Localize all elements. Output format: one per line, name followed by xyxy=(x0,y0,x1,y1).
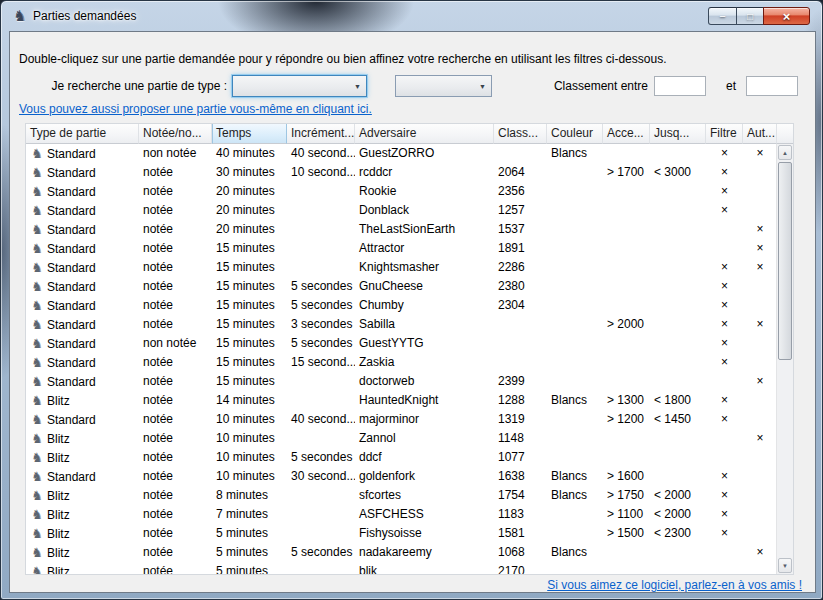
table-row[interactable]: ♞Standardnon notée40 minutes40 second...… xyxy=(26,144,778,163)
column-header-7[interactable]: Acce... xyxy=(603,124,650,144)
cell-3 xyxy=(287,220,355,239)
cell-7: > 1750 xyxy=(603,486,650,505)
vertical-scrollbar[interactable]: ▲ ▼ xyxy=(776,144,793,574)
cell-10: × xyxy=(743,239,777,258)
cell-3: 40 second... xyxy=(287,144,355,163)
table-row[interactable]: ♞Blitznotée14 minutesHauntedKnight1288Bl… xyxy=(26,391,778,410)
cell-4: ASFCHESS xyxy=(355,505,494,524)
cell-0: ♞Standard xyxy=(26,315,139,334)
cell-0: ♞Blitz xyxy=(26,505,139,524)
cell-8 xyxy=(650,277,706,296)
cell-3 xyxy=(287,201,355,220)
cell-8: < 2000 xyxy=(650,486,706,505)
cell-3 xyxy=(287,372,355,391)
cell-3 xyxy=(287,562,355,575)
cell-3: 30 second... xyxy=(287,467,355,486)
scrollbar-thumb[interactable] xyxy=(778,162,792,360)
cell-7: > 1700 xyxy=(603,163,650,182)
minimize-button[interactable]: − xyxy=(708,7,737,25)
cell-9: × xyxy=(706,315,743,334)
titlebar[interactable]: ♞ Parties demandées − □ × xyxy=(1,1,822,31)
table-row[interactable]: ♞Standardnotée15 minutes3 secondesSabill… xyxy=(26,315,778,334)
knight-icon: ♞ xyxy=(30,505,44,524)
table-row[interactable]: ♞Blitznotée10 minutesZannol1148× xyxy=(26,429,778,448)
knight-icon: ♞ xyxy=(30,448,44,467)
cell-10: × xyxy=(743,220,777,239)
game-variant-dropdown[interactable]: ▼ xyxy=(395,75,492,97)
table-row[interactable]: ♞Blitznotée7 minutesASFCHESS1183> 1100< … xyxy=(26,505,778,524)
propose-game-link[interactable]: Vous pouvez aussi proposer une partie vo… xyxy=(19,102,372,116)
game-type-text: Standard xyxy=(47,280,96,294)
column-header-0[interactable]: Type de partie xyxy=(26,124,139,144)
cell-10 xyxy=(743,353,777,372)
column-header-1[interactable]: Notée/no... xyxy=(139,124,212,144)
cell-1: notée xyxy=(139,220,212,239)
cell-7 xyxy=(603,448,650,467)
cell-6 xyxy=(547,277,603,296)
maximize-button[interactable]: □ xyxy=(736,7,764,25)
cell-8 xyxy=(650,239,706,258)
table-row[interactable]: ♞Standardnotée15 minutes5 secondesChumby… xyxy=(26,296,778,315)
cell-0: ♞Standard xyxy=(26,277,139,296)
cell-1: notée xyxy=(139,505,212,524)
table-row[interactable]: ♞Standardnotée20 minutesDonblack1257× xyxy=(26,201,778,220)
cell-3: 5 secondes xyxy=(287,448,355,467)
cell-10 xyxy=(743,334,777,353)
cell-8 xyxy=(650,201,706,220)
game-type-text: Blitz xyxy=(47,527,70,541)
table-row[interactable]: ♞Standardnotée15 minutes15 second...Zask… xyxy=(26,353,778,372)
cell-9: × xyxy=(706,524,743,543)
table-row[interactable]: ♞Blitznotée8 minutessfcortes1754Blancs> … xyxy=(26,486,778,505)
and-label: et xyxy=(726,79,736,93)
cell-4: Rookie xyxy=(355,182,494,201)
scroll-up-button[interactable]: ▲ xyxy=(778,145,792,160)
cell-9: × xyxy=(706,144,743,163)
table-row[interactable]: ♞Standardnotée15 minutes5 secondesGnuChe… xyxy=(26,277,778,296)
cell-9: × xyxy=(706,277,743,296)
cell-8: < 1800 xyxy=(650,391,706,410)
close-button[interactable]: × xyxy=(763,7,810,25)
table-row[interactable]: ♞Standardnotée10 minutes40 second...majo… xyxy=(26,410,778,429)
table-row[interactable]: ♞Standardnotée20 minutesTheLastSionEarth… xyxy=(26,220,778,239)
table-row[interactable]: ♞Standardnon notée15 minutes5 secondesGu… xyxy=(26,334,778,353)
cell-6 xyxy=(547,201,603,220)
table-row[interactable]: ♞Standardnotée10 minutes30 second...gold… xyxy=(26,467,778,486)
cell-10 xyxy=(743,410,777,429)
cell-4: HauntedKnight xyxy=(355,391,494,410)
table-row[interactable]: ♞Blitznotée5 minutesblik2170 xyxy=(26,562,778,575)
cell-0: ♞Standard xyxy=(26,163,139,182)
column-header-10[interactable]: Aut... xyxy=(743,124,777,144)
cell-3 xyxy=(287,429,355,448)
tell-friends-link[interactable]: Si vous aimez ce logiciel, parlez-en à v… xyxy=(547,578,802,592)
cell-6 xyxy=(547,296,603,315)
game-type-dropdown[interactable]: ▼ xyxy=(232,75,367,97)
scroll-down-button[interactable]: ▼ xyxy=(778,558,792,573)
game-type-text: Blitz xyxy=(47,451,70,465)
knight-icon: ♞ xyxy=(30,524,44,543)
table-row[interactable]: ♞Standardnotée15 minutesAttractor1891× xyxy=(26,239,778,258)
rating-max-input[interactable] xyxy=(746,76,798,96)
table-row[interactable]: ♞Standardnotée30 minutes10 second...rcdd… xyxy=(26,163,778,182)
column-header-4[interactable]: Adversaire xyxy=(355,124,494,144)
cell-4: rcddcr xyxy=(355,163,494,182)
cell-6 xyxy=(547,334,603,353)
table-row[interactable]: ♞Blitznotée5 minutesFishysoisse1581> 150… xyxy=(26,524,778,543)
column-header-3[interactable]: Incrément... xyxy=(287,124,355,144)
column-header-9[interactable]: Filtre xyxy=(706,124,743,144)
cell-10: × xyxy=(743,315,777,334)
column-header-6[interactable]: Couleur xyxy=(547,124,603,144)
rating-min-input[interactable] xyxy=(654,76,706,96)
column-header-filler xyxy=(777,124,793,144)
cell-1: notée xyxy=(139,201,212,220)
cell-10 xyxy=(743,201,777,220)
column-header-5[interactable]: Class... xyxy=(494,124,547,144)
table-row[interactable]: ♞Standardnotée20 minutesRookie2356× xyxy=(26,182,778,201)
table-row[interactable]: ♞Blitznotée10 minutes5 secondesddcf1077 xyxy=(26,448,778,467)
table-row[interactable]: ♞Blitznotée5 minutes5 secondesnadakareem… xyxy=(26,543,778,562)
table-row[interactable]: ♞Standardnotée15 minutesdoctorweb2399× xyxy=(26,372,778,391)
column-header-2[interactable]: Temps xyxy=(212,124,287,144)
table-row[interactable]: ♞Standardnotée15 minutesKnightsmasher228… xyxy=(26,258,778,277)
cell-5: 1077 xyxy=(494,448,547,467)
column-header-8[interactable]: Jusq... xyxy=(650,124,706,144)
table-header-row: Type de partieNotée/no...TempsIncrément.… xyxy=(26,124,793,144)
